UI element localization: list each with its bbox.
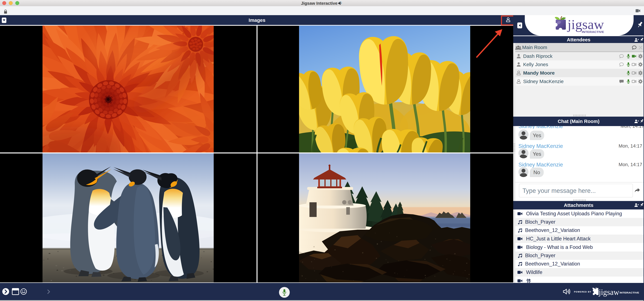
svg-text:INTERACTIVE: INTERACTIVE bbox=[620, 291, 639, 294]
svg-text:INTERACTIVE: INTERACTIVE bbox=[582, 30, 604, 34]
svg-text:jigsaw: jigsaw bbox=[598, 288, 619, 296]
svg-text:jigsaw: jigsaw bbox=[567, 17, 604, 32]
